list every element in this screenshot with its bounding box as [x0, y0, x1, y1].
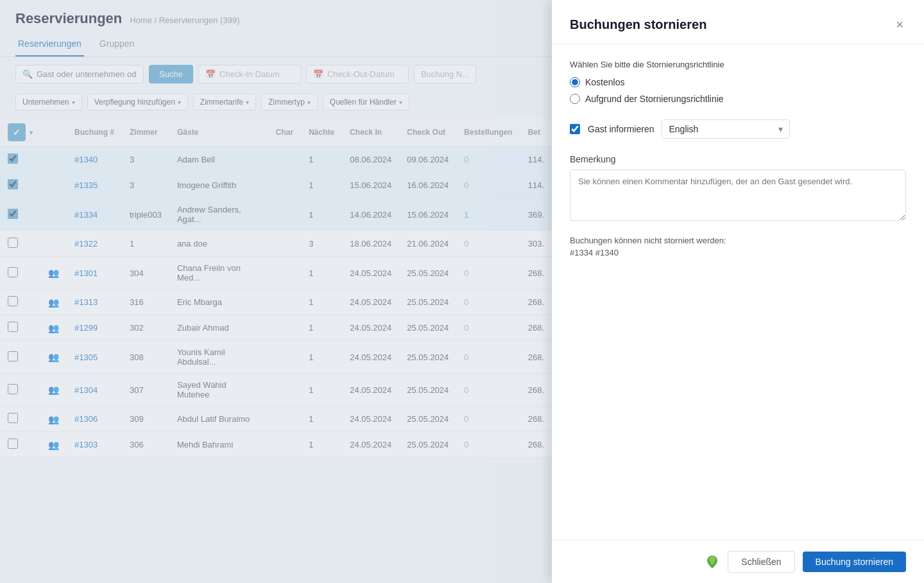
page-wrapper: Reservierungen Home / Reservierungen (39…: [0, 0, 924, 583]
logo-icon: [705, 554, 720, 570]
modal-body: Wählen Sie bitte die Stornierungsrichtli…: [552, 44, 924, 540]
chevron-down-icon-lang: ▾: [778, 124, 783, 134]
cancel-bookings-modal: Buchungen stornieren × Wählen Sie bitte …: [552, 0, 924, 583]
notify-label: Gast informieren: [588, 124, 654, 134]
remark-textarea[interactable]: [570, 170, 906, 221]
close-modal-button[interactable]: Schließen: [728, 551, 794, 573]
policy-section-label: Wählen Sie bitte die Stornierungsrichtli…: [570, 60, 906, 69]
modal-overlay: [0, 0, 552, 583]
modal-title: Buchungen stornieren: [570, 17, 706, 32]
radio-richtlinie[interactable]: [570, 94, 580, 104]
language-select[interactable]: English ▾: [662, 119, 790, 139]
modal-close-button[interactable]: ×: [893, 15, 906, 33]
language-value: English: [669, 124, 698, 134]
radio-item-richtlinie[interactable]: Aufgrund der Stornierungsrichtlinie: [570, 94, 906, 104]
notify-row: Gast informieren English ▾: [570, 119, 906, 139]
warning-section: Buchungen können nicht storniert werden:…: [570, 236, 906, 257]
radio-richtlinie-label: Aufgrund der Stornierungsrichtlinie: [585, 94, 724, 104]
logo-area: [705, 554, 720, 570]
policy-radio-group: Kostenlos Aufgrund der Stornierungsricht…: [570, 77, 906, 104]
radio-item-kostenlos[interactable]: Kostenlos: [570, 77, 906, 87]
notify-checkbox[interactable]: [570, 124, 580, 134]
modal-footer: Schließen Buchung stornieren: [552, 540, 924, 583]
modal-header: Buchungen stornieren ×: [552, 0, 924, 44]
radio-kostenlos[interactable]: [570, 77, 580, 87]
radio-kostenlos-label: Kostenlos: [585, 77, 624, 87]
cancel-booking-button[interactable]: Buchung stornieren: [803, 552, 906, 572]
warning-ids: #1334 #1340: [570, 248, 906, 257]
warning-text: Buchungen können nicht storniert werden:: [570, 236, 906, 245]
remark-label: Bemerkung: [570, 154, 906, 164]
